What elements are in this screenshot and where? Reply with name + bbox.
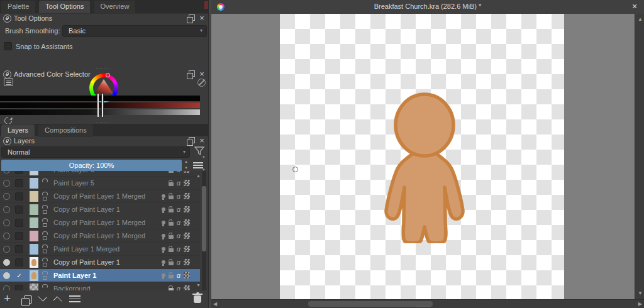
scroll-down-icon[interactable]: ▼ xyxy=(638,290,643,297)
layer-select-checkbox[interactable] xyxy=(15,285,23,291)
alpha-channel-icon[interactable] xyxy=(177,285,180,290)
layer-row[interactable]: Paint Layer 1 Merged xyxy=(0,243,200,256)
scroll-up-icon[interactable]: ▲ xyxy=(638,16,643,23)
visibility-eye-icon[interactable] xyxy=(3,272,10,279)
layer-list-scrollbar[interactable] xyxy=(202,171,206,290)
layer-row[interactable]: Copy of Paint Layer 1 xyxy=(0,203,200,216)
delete-layer-button[interactable] xyxy=(194,295,201,303)
alpha-channel-icon[interactable] xyxy=(177,219,180,226)
layer-select-checkbox[interactable] xyxy=(15,192,23,201)
snap-to-assistants-checkbox[interactable] xyxy=(4,42,12,50)
layer-row[interactable]: Paint Layer 5 xyxy=(0,177,200,190)
visibility-eye-icon[interactable] xyxy=(3,259,10,266)
onion-skin-icon[interactable] xyxy=(162,273,165,277)
float-docker-icon[interactable] xyxy=(189,14,195,21)
selector-settings-icon[interactable] xyxy=(4,78,13,86)
scroll-right-icon[interactable]: ▶ xyxy=(638,301,642,307)
layer-row[interactable]: Paint Layer 6 xyxy=(0,171,200,177)
add-layer-button[interactable] xyxy=(4,294,11,304)
document-titlebar[interactable]: Breakfast Church.kra (282.6 MiB) * xyxy=(211,0,644,14)
scroll-left-icon[interactable]: ◀ xyxy=(213,301,217,307)
alpha-lock-icon[interactable] xyxy=(184,272,190,278)
onion-skin-icon[interactable] xyxy=(162,194,165,198)
lock-layer-icon[interactable] xyxy=(169,261,174,265)
alpha-lock-icon[interactable] xyxy=(184,193,190,199)
color-slider-3[interactable] xyxy=(0,109,200,115)
close-docker-icon[interactable] xyxy=(198,137,206,145)
onion-skin-icon[interactable] xyxy=(162,260,165,264)
layer-select-checkbox[interactable] xyxy=(15,245,23,253)
layer-row[interactable]: Background xyxy=(0,282,200,290)
lock-layer-icon[interactable] xyxy=(169,209,174,212)
layer-options-menu-icon[interactable] xyxy=(193,162,203,168)
color-slider-1[interactable] xyxy=(0,96,200,101)
float-docker-icon[interactable] xyxy=(189,70,195,77)
alpha-lock-icon[interactable] xyxy=(184,259,190,265)
opacity-slider[interactable]: Opacity: 100% xyxy=(1,160,182,172)
alpha-lock-icon[interactable] xyxy=(184,219,190,226)
vertical-scrollbar[interactable]: ▲ ▼ xyxy=(635,14,644,299)
layer-row[interactable]: Copy of Paint Layer 1 Merged xyxy=(0,190,200,203)
alpha-lock-icon[interactable] xyxy=(184,206,190,212)
layer-row[interactable]: Copy of Paint Layer 1 xyxy=(0,256,200,269)
slider-handle[interactable] xyxy=(97,94,99,117)
opacity-spin-up-icon[interactable]: ▲ xyxy=(183,160,189,163)
visibility-eye-icon[interactable] xyxy=(3,171,10,173)
alpha-channel-icon[interactable] xyxy=(177,180,180,186)
lock-layer-icon[interactable] xyxy=(169,275,174,278)
layer-select-checkbox[interactable] xyxy=(15,179,23,187)
layer-row[interactable]: ✓ Paint Layer 1 xyxy=(0,269,200,282)
slider-handle[interactable] xyxy=(102,94,103,117)
layer-select-checkbox[interactable] xyxy=(15,171,23,174)
docker-lock-icon[interactable] xyxy=(3,137,11,145)
layer-select-checkbox[interactable] xyxy=(15,219,23,227)
lock-layer-icon[interactable] xyxy=(169,182,174,186)
visibility-eye-icon[interactable] xyxy=(3,219,10,226)
layer-properties-button[interactable] xyxy=(69,295,80,302)
layer-select-checkbox[interactable] xyxy=(15,232,23,240)
lock-layer-icon[interactable] xyxy=(169,222,174,226)
alpha-channel-icon[interactable] xyxy=(177,206,180,212)
onion-skin-icon[interactable] xyxy=(162,234,165,238)
lock-layer-icon[interactable] xyxy=(169,195,174,199)
color-slider-2[interactable] xyxy=(0,102,200,108)
scroll-up-icon[interactable]: ▲ xyxy=(196,173,201,178)
visibility-eye-icon[interactable] xyxy=(3,246,10,253)
brush-smoothing-dropdown[interactable]: Basic xyxy=(62,25,207,37)
tab-compositions[interactable]: Compositions xyxy=(38,124,93,137)
close-docker-icon[interactable] xyxy=(198,70,206,78)
docker-lock-icon[interactable] xyxy=(3,14,11,23)
layer-row[interactable]: Copy of Paint Layer 1 Merged xyxy=(0,216,200,229)
visibility-eye-icon[interactable] xyxy=(3,285,10,291)
alpha-lock-icon[interactable] xyxy=(184,233,190,239)
canvas-viewport[interactable] xyxy=(211,14,644,299)
move-layer-up-button[interactable] xyxy=(53,296,62,305)
lock-layer-icon[interactable] xyxy=(169,235,174,239)
scroll-down-icon[interactable]: ▼ xyxy=(196,283,201,287)
alpha-lock-icon[interactable] xyxy=(184,171,190,173)
visibility-eye-icon[interactable] xyxy=(3,233,10,239)
close-document-icon[interactable] xyxy=(630,2,639,11)
alpha-lock-icon[interactable] xyxy=(184,246,190,252)
alpha-channel-icon[interactable] xyxy=(177,193,180,199)
blend-mode-dropdown[interactable]: Normal xyxy=(1,146,190,158)
tab-layers[interactable]: Layers xyxy=(1,124,35,137)
move-layer-down-button[interactable] xyxy=(38,292,47,301)
alpha-channel-icon[interactable] xyxy=(177,259,180,265)
tab-overview[interactable]: Overview xyxy=(94,1,136,13)
layer-select-checkbox[interactable] xyxy=(15,206,23,214)
tab-palette[interactable]: Palette xyxy=(1,1,35,13)
alpha-channel-icon[interactable] xyxy=(177,246,180,252)
float-docker-icon[interactable] xyxy=(189,137,195,143)
tab-tool-options[interactable]: Tool Options xyxy=(39,1,90,13)
visibility-eye-icon[interactable] xyxy=(3,206,10,213)
scrollbar-thumb[interactable] xyxy=(308,301,433,307)
horizontal-scrollbar[interactable]: ◀ ▶ xyxy=(211,299,644,308)
duplicate-layer-button[interactable] xyxy=(24,295,32,304)
alpha-lock-icon[interactable] xyxy=(184,285,190,290)
close-docker-icon[interactable] xyxy=(198,14,206,22)
layer-select-checkbox[interactable] xyxy=(15,258,23,267)
alpha-lock-icon[interactable] xyxy=(184,180,190,186)
onion-skin-icon[interactable] xyxy=(162,207,165,211)
onion-skin-icon[interactable] xyxy=(162,247,165,251)
